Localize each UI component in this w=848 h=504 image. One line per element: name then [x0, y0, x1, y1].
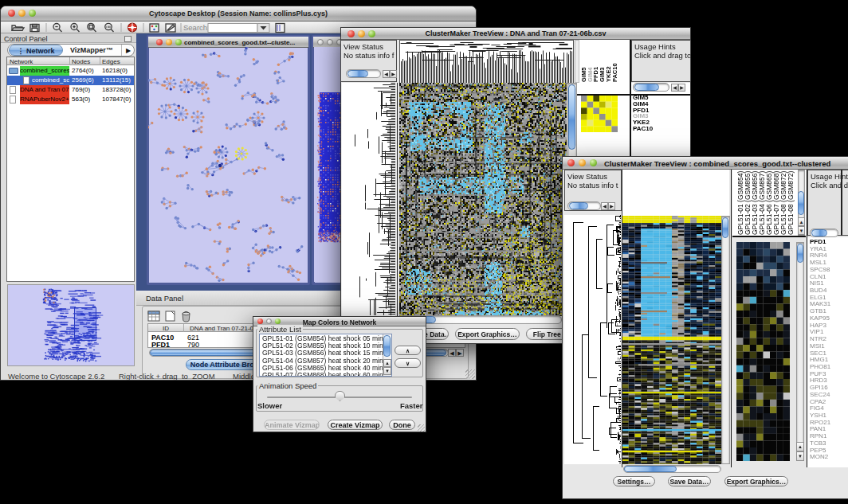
- svg-text:Search:: Search:: [183, 23, 210, 32]
